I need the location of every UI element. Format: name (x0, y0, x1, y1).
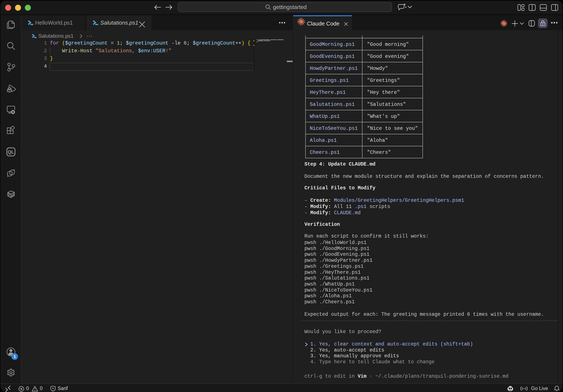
svg-text:QL: QL (8, 149, 14, 155)
